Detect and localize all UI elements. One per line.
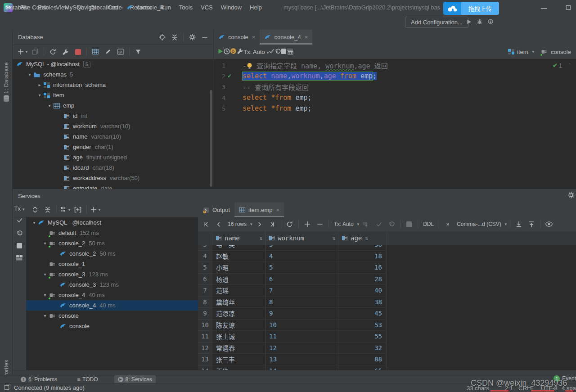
- export-format-selector[interactable]: Comma-...d (CSV)▾: [455, 219, 507, 230]
- tab-output[interactable]: Output: [198, 203, 234, 217]
- cell-worknum[interactable]: 7: [266, 285, 338, 297]
- row-number-cell[interactable]: 6: [198, 274, 212, 285]
- svc-node-console-4-file[interactable]: console_440 ms: [26, 300, 198, 311]
- submit-button[interactable]: DB: [361, 219, 372, 230]
- db-node-emp[interactable]: ▾emp: [13, 100, 213, 111]
- svc-node-default[interactable]: default152 ms: [26, 228, 198, 238]
- view-mode-button[interactable]: [16, 255, 22, 262]
- cell-name[interactable]: 张三丰: [212, 354, 266, 365]
- svc-node-mysql-localhost[interactable]: ▾MySQL - @localhost: [26, 217, 198, 228]
- settings-button[interactable]: [187, 32, 198, 43]
- cell-worknum[interactable]: 9: [266, 308, 338, 320]
- row-number-cell[interactable]: 5: [198, 262, 212, 274]
- breadcrumb-item-1[interactable]: MySQL - @localhost: [65, 4, 118, 11]
- services-gear-icon[interactable]: [568, 192, 575, 200]
- tab-item-emp[interactable]: item.emp×: [234, 203, 284, 217]
- cell-name[interactable]: 赵敏: [212, 251, 266, 262]
- svc-node-console-file[interactable]: console: [26, 321, 198, 331]
- chevron-down-icon[interactable]: ▾: [36, 93, 43, 98]
- chevron-down-icon[interactable]: ▾: [41, 313, 49, 318]
- delete-row-button[interactable]: [315, 219, 325, 230]
- inspection-widget[interactable]: ✔ 1 ＾: [553, 62, 572, 69]
- chevron-down-icon[interactable]: ▾: [41, 293, 49, 297]
- cell-age[interactable]: 16: [338, 262, 387, 274]
- rollback-button[interactable]: [16, 230, 22, 238]
- add-service-button[interactable]: [72, 204, 83, 215]
- last-page-button[interactable]: [267, 219, 278, 230]
- cell-name[interactable]: 范凉凉: [212, 308, 266, 320]
- cell-name[interactable]: 灭绝: [212, 365, 266, 370]
- horizontal-scrollbar-track[interactable]: [13, 370, 576, 375]
- commit-button[interactable]: [374, 219, 384, 230]
- maximize-button[interactable]: ☐: [558, 0, 576, 15]
- chevron-down-icon[interactable]: ▾: [41, 241, 49, 246]
- tab-console[interactable]: console×: [214, 30, 260, 45]
- cell-name[interactable]: 黛绮丝: [212, 297, 266, 308]
- cancel-button[interactable]: [281, 49, 286, 55]
- todo-toolwindow-button[interactable]: ≡ TODO: [73, 375, 101, 383]
- db-node-information-schema[interactable]: ▸information_schema: [13, 80, 213, 90]
- row-number-cell[interactable]: 7: [198, 285, 212, 297]
- db-node-item[interactable]: ▾item: [13, 90, 213, 100]
- code-line-4[interactable]: 4select *from emp;: [214, 92, 576, 103]
- row-number-cell[interactable]: 9: [198, 308, 212, 320]
- row-number-cell[interactable]: 4: [198, 251, 212, 262]
- view-options-button[interactable]: [544, 219, 554, 230]
- cell-name[interactable]: 韦一笑: [212, 245, 266, 251]
- cell-worknum[interactable]: 14: [266, 365, 338, 370]
- row-number-cell[interactable]: 11: [198, 331, 212, 342]
- cell-worknum[interactable]: 10: [266, 320, 338, 331]
- cell-age[interactable]: 88: [338, 354, 387, 365]
- db-col-age[interactable]: agetinyint unsigned: [13, 152, 213, 162]
- db-col-entrydate[interactable]: entrydatedate: [13, 183, 213, 189]
- cell-name[interactable]: 常遇春: [212, 342, 266, 354]
- grid-row-5[interactable]: 5小昭516: [198, 262, 576, 274]
- svc-node-console-4[interactable]: ▾console_440 ms: [26, 290, 198, 300]
- minimize-button[interactable]: —: [534, 0, 554, 15]
- cell-age[interactable]: 45: [338, 308, 387, 320]
- in-editor-results-button[interactable]: [286, 48, 293, 56]
- group-by-button[interactable]: ▾: [60, 204, 71, 215]
- chevron-down-icon[interactable]: ▾: [41, 272, 49, 277]
- cell-name[interactable]: 陈友谅: [212, 320, 266, 331]
- db-col-idcard[interactable]: idcardchar(18): [13, 162, 213, 173]
- data-grid[interactable]: 3韦一笑3384赵敏4185小昭5166杨逍6287范瑶7408黛绮丝8389范…: [198, 245, 576, 370]
- svc-node-console-2-file[interactable]: console_250 ms: [26, 248, 198, 259]
- svc-node-console[interactable]: ▾console: [26, 311, 198, 321]
- debug-button[interactable]: [477, 18, 483, 26]
- import-data-button[interactable]: [526, 219, 537, 230]
- close-icon[interactable]: ×: [252, 34, 256, 41]
- cell-worknum[interactable]: 6: [266, 274, 338, 285]
- database-stripe-button[interactable]: 1: Database: [3, 62, 9, 94]
- add-connection-button[interactable]: ▾: [90, 204, 101, 215]
- code-line-5[interactable]: 5select *from emp;: [214, 103, 576, 114]
- svc-node-console-1[interactable]: console_1: [26, 259, 198, 269]
- problems-toolwindow-button[interactable]: ! 6: Problems: [17, 375, 61, 383]
- more-chevron[interactable]: »: [442, 219, 453, 230]
- ddl-button[interactable]: DDL: [421, 219, 436, 230]
- tab-console-4[interactable]: console_4×: [260, 30, 312, 45]
- close-icon[interactable]: ×: [305, 34, 308, 41]
- svc-node-console-3-file[interactable]: console_3123 ms: [26, 279, 198, 290]
- menu-tools[interactable]: Tools: [175, 0, 197, 15]
- cell-worknum[interactable]: 11: [266, 331, 338, 342]
- open-table-button[interactable]: [90, 46, 101, 57]
- drag-upload-button[interactable]: 拖拽上传: [443, 2, 499, 15]
- services-toolwindow-button[interactable]: ▶ 8: Services: [114, 375, 156, 383]
- code-line-3[interactable]: 3-- 查询所有字段返回: [214, 81, 576, 92]
- data-source-properties-button[interactable]: [60, 46, 71, 57]
- cell-worknum[interactable]: 5: [266, 262, 338, 274]
- duplicate-button[interactable]: [30, 46, 40, 57]
- reload-page-button[interactable]: [284, 219, 295, 230]
- export-data-button[interactable]: [513, 219, 524, 230]
- db-col-workaddress[interactable]: workaddressvarchar(50): [13, 173, 213, 183]
- svc-node-console-3[interactable]: ▾console_3123 ms: [26, 269, 198, 279]
- chevron-down-icon[interactable]: ▾: [46, 103, 53, 108]
- parameters-button[interactable]: p: [230, 48, 237, 56]
- breadcrumb-item-0[interactable]: Database Consoles: [5, 4, 56, 11]
- grid-row-10[interactable]: 10陈友谅1053: [198, 320, 576, 331]
- sql-editor[interactable]: 1- 查询指定字段 name, worknum,age 返回2✔select n…: [214, 59, 576, 189]
- grid-row-13[interactable]: 13张三丰1388: [198, 354, 576, 365]
- cell-age[interactable]: 28: [338, 274, 387, 285]
- previous-page-button[interactable]: [213, 219, 224, 230]
